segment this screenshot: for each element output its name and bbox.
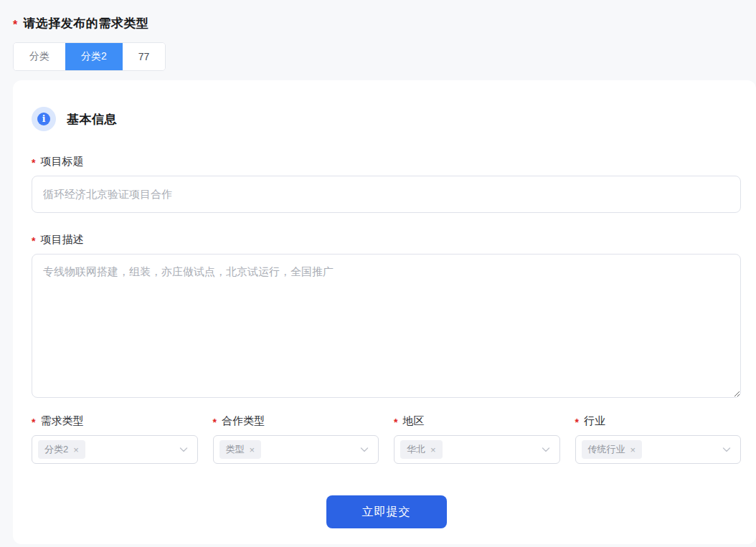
required-asterisk: *	[213, 417, 217, 428]
cooperation-type-field: * 合作类型 类型 ×	[213, 414, 379, 464]
selected-tag: 类型 ×	[219, 440, 262, 459]
tab-category-2-active[interactable]: 分类2	[65, 43, 123, 70]
project-description-textarea[interactable]: 专线物联网搭建，组装，亦庄做试点，北京试运行，全国推广	[32, 254, 741, 398]
cooperation-type-select[interactable]: 类型 ×	[213, 435, 379, 464]
industry-select[interactable]: 传统行业 ×	[575, 435, 742, 464]
demand-type-field: * 需求类型 分类2 ×	[32, 414, 198, 464]
section-title: 基本信息	[67, 111, 117, 128]
cooperation-type-label-row: * 合作类型	[213, 414, 379, 428]
chevron-down-icon	[179, 444, 189, 455]
page-header: * 请选择发布的需求类型	[0, 0, 756, 32]
selected-tag-label: 分类2	[44, 443, 68, 456]
tab-category-1[interactable]: 分类	[14, 43, 65, 70]
demand-type-label: 需求类型	[40, 414, 83, 428]
tag-close-icon[interactable]: ×	[430, 444, 436, 455]
required-asterisk: *	[32, 417, 35, 428]
selected-tag: 华北 ×	[400, 440, 443, 459]
selected-tag-label: 类型	[226, 443, 245, 456]
project-description-label: 项目描述	[40, 233, 83, 247]
industry-field: * 行业 传统行业 ×	[575, 414, 742, 464]
tab-category-77[interactable]: 77	[123, 43, 166, 70]
section-header: i 基本信息	[32, 107, 741, 131]
region-field: * 地区 华北 ×	[394, 414, 560, 464]
page-title: 请选择发布的需求类型	[23, 15, 148, 32]
demand-type-label-row: * 需求类型	[32, 414, 198, 428]
required-asterisk: *	[32, 157, 35, 168]
selected-tag-label: 华北	[407, 443, 425, 456]
submit-button[interactable]: 立即提交	[326, 495, 447, 528]
selected-tag: 分类2 ×	[38, 440, 85, 459]
project-title-label-row: * 项目标题	[32, 155, 741, 168]
region-label: 地区	[402, 414, 424, 428]
selected-tag-label: 传统行业	[588, 443, 625, 456]
chevron-down-icon	[722, 444, 732, 455]
tag-close-icon[interactable]: ×	[250, 444, 255, 455]
industry-label-row: * 行业	[575, 414, 742, 428]
required-asterisk: *	[13, 19, 17, 32]
info-icon-glyph: i	[37, 113, 50, 125]
industry-label: 行业	[584, 414, 605, 428]
tag-close-icon[interactable]: ×	[73, 444, 79, 455]
required-asterisk: *	[394, 417, 397, 428]
region-select[interactable]: 华北 ×	[394, 435, 560, 464]
demand-type-select[interactable]: 分类2 ×	[32, 435, 198, 464]
form-card: i 基本信息 * 项目标题 * 项目描述 专线物联网搭建，组装，亦庄做试点，北京…	[13, 80, 756, 544]
submit-row: 立即提交	[32, 495, 741, 528]
category-tabs: 分类 分类2 77	[13, 42, 166, 71]
project-title-input[interactable]	[32, 176, 741, 213]
page-root: * 请选择发布的需求类型 分类 分类2 77 i 基本信息 * 项目标题 * 项…	[0, 0, 756, 544]
select-fields-row: * 需求类型 分类2 × * 合作类型	[32, 414, 741, 464]
info-icon: i	[32, 107, 56, 131]
required-asterisk: *	[32, 235, 35, 247]
required-asterisk: *	[575, 417, 579, 428]
cooperation-type-label: 合作类型	[222, 414, 265, 428]
selected-tag: 传统行业 ×	[582, 440, 643, 459]
chevron-down-icon	[541, 444, 551, 455]
project-description-label-row: * 项目描述	[32, 233, 741, 247]
region-label-row: * 地区	[394, 414, 560, 428]
tag-close-icon[interactable]: ×	[630, 444, 636, 455]
project-title-label: 项目标题	[40, 155, 83, 168]
chevron-down-icon	[359, 444, 369, 455]
